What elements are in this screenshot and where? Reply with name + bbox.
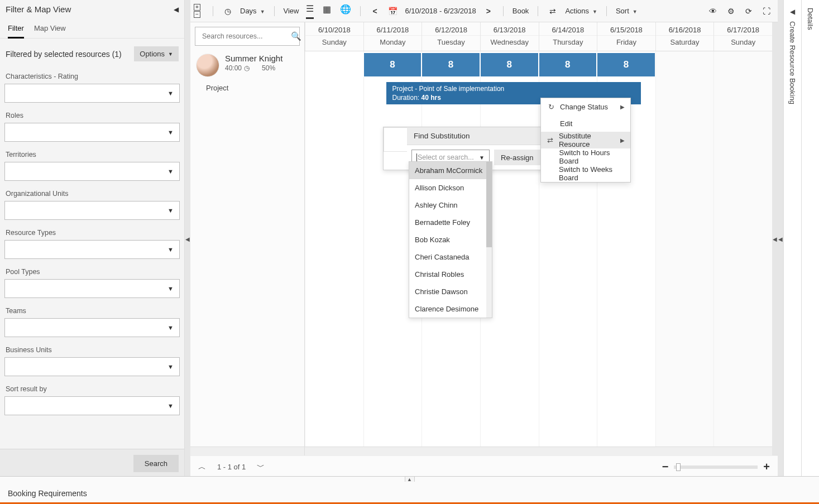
substitution-option[interactable]: Ashley Chinn <box>409 196 492 214</box>
chevron-down-icon: ▼ <box>167 285 174 292</box>
refresh-icon[interactable]: ⟳ <box>743 7 754 16</box>
eye-icon[interactable]: 👁 <box>707 7 719 16</box>
book-button[interactable]: Book <box>513 7 529 15</box>
date-range[interactable]: 6/10/2018 - 6/23/2018 <box>405 7 476 15</box>
gear-icon[interactable]: ⚙ <box>725 7 736 16</box>
substitution-option[interactable]: Allison Dickson <box>409 179 492 196</box>
ctx-hours-board[interactable]: Switch to Hours Board <box>541 148 630 165</box>
chevron-right-icon: ▶ <box>620 137 625 143</box>
booking-requirements-label[interactable]: Booking Requirements <box>0 484 95 502</box>
resource-project-row[interactable]: Project <box>190 80 304 95</box>
substitution-option[interactable]: Abraham McCormick <box>409 162 492 179</box>
left-splitter[interactable]: ◀ <box>185 0 190 478</box>
resource-search-input[interactable] <box>201 32 291 41</box>
select-characteristics[interactable]: ▼ <box>4 84 180 103</box>
collapse-all-icon[interactable]: − <box>194 11 200 18</box>
chevron-down-icon: ▼ <box>167 90 174 97</box>
select-teams[interactable]: ▼ <box>4 318 180 337</box>
col-day: Tuesday <box>422 35 480 51</box>
substitution-option[interactable]: Bob Kozak <box>409 231 492 248</box>
col-day: Monday <box>364 35 422 51</box>
label-pool-types: Pool Types <box>6 268 179 276</box>
col-date: 6/15/2018 <box>597 22 655 35</box>
select-business-units[interactable]: ▼ <box>4 357 180 376</box>
create-booking-rail[interactable]: Create Resource Booking <box>788 18 797 108</box>
select-territories[interactable]: ▼ <box>4 162 180 181</box>
chevron-down-icon: ▼ <box>167 168 174 175</box>
project-bar-duration-value: 40 hrs <box>422 94 441 102</box>
search-icon[interactable]: 🔍 <box>291 31 301 41</box>
actions-dropdown[interactable]: Actions <box>565 7 597 15</box>
right-splitter-inner[interactable]: ◀ <box>772 22 778 455</box>
resource-search[interactable]: 🔍 <box>195 27 300 46</box>
resource-name: Summer Knight <box>225 54 282 63</box>
tab-filter[interactable]: Filter <box>8 22 24 39</box>
label-resource-types: Resource Types <box>6 229 179 237</box>
left-panel-collapse-icon[interactable]: ◀ <box>174 6 179 13</box>
allocation-cell[interactable]: 8 <box>363 52 422 77</box>
ctx-change-status[interactable]: ↻Change Status▶ <box>541 98 630 115</box>
resource-row[interactable]: Summer Knight 40:00 ◷ 50% <box>190 50 304 80</box>
zoom-out-icon[interactable]: − <box>662 460 669 473</box>
col-day: Saturday <box>656 35 714 51</box>
chevron-down-icon: ▼ <box>167 324 174 331</box>
label-business-units: Business Units <box>6 346 179 354</box>
calendar-icon[interactable]: 📅 <box>387 7 399 16</box>
col-day: Wednesday <box>481 35 539 51</box>
view-list-icon[interactable]: ☰ <box>306 3 314 19</box>
resource-util: 50% <box>262 64 275 72</box>
zoom-in-icon[interactable]: + <box>763 460 770 473</box>
ctx-edit[interactable]: Edit <box>541 115 630 132</box>
fullscreen-icon[interactable]: ⛶ <box>761 7 772 16</box>
resource-hscroll[interactable] <box>190 447 304 455</box>
zoom-slider[interactable] <box>674 465 758 469</box>
timeline-hscroll[interactable] <box>305 447 772 455</box>
substitution-option[interactable]: Bernadette Foley <box>409 214 492 231</box>
substitution-option[interactable]: Cheri Castaneda <box>409 248 492 266</box>
substitution-option[interactable]: Christal Robles <box>409 266 492 283</box>
pager-up-icon[interactable]: ︿ <box>198 462 206 472</box>
col-day: Thursday <box>539 35 597 51</box>
select-roles[interactable]: ▼ <box>4 123 180 142</box>
col-day: Sunday <box>305 35 363 51</box>
col-date: 6/14/2018 <box>539 22 597 35</box>
select-resource-types[interactable]: ▼ <box>4 240 180 259</box>
col-date: 6/17/2018 <box>714 22 772 35</box>
chevron-down-icon: ▼ <box>167 246 174 253</box>
sort-dropdown[interactable]: Sort <box>616 7 638 15</box>
search-button[interactable]: Search <box>133 455 179 472</box>
ctx-weeks-board[interactable]: Switch to Weeks Board <box>541 165 630 182</box>
substitution-option[interactable]: Christie Dawson <box>409 283 492 300</box>
prev-icon[interactable]: < <box>370 7 381 16</box>
allocation-cell[interactable]: 8 <box>480 52 539 77</box>
select-org-units[interactable]: ▼ <box>4 201 180 220</box>
col-day: Friday <box>597 35 655 51</box>
select-pool-types[interactable]: ▼ <box>4 279 180 298</box>
view-globe-icon[interactable]: 🌐 <box>340 4 351 18</box>
label-roles: Roles <box>6 112 179 119</box>
options-button[interactable]: Options▼ <box>134 46 179 61</box>
details-rail[interactable]: Details <box>806 4 815 33</box>
clock-icon: ◷ <box>244 64 250 72</box>
expand-all-icon[interactable]: + <box>194 4 200 11</box>
context-menu: ↻Change Status▶ Edit ⇄Substitute Resourc… <box>540 98 631 183</box>
right-splitter-outer[interactable]: ◀ <box>778 0 783 478</box>
allocation-cell[interactable]: 8 <box>422 52 480 77</box>
days-dropdown[interactable]: Days <box>240 7 265 15</box>
view-label: View <box>284 7 299 15</box>
select-sort-result[interactable]: ▼ <box>4 396 180 415</box>
next-icon[interactable]: > <box>483 7 494 16</box>
avatar <box>196 54 219 77</box>
allocation-cell[interactable]: 8 <box>597 52 655 77</box>
reassign-button[interactable]: Re-assign <box>494 150 540 165</box>
label-sort-result: Sort result by <box>6 385 179 393</box>
substitution-option[interactable]: Clarence Desimone <box>409 300 492 318</box>
allocation-cell[interactable]: 8 <box>539 52 597 77</box>
ctx-substitute[interactable]: ⇄Substitute Resource▶ <box>541 132 630 148</box>
pager-down-icon[interactable]: ﹀ <box>257 462 265 472</box>
collapse-arrow-icon[interactable]: ◀ <box>790 8 795 16</box>
dropdown-scrollbar[interactable] <box>486 162 492 318</box>
view-grid-icon[interactable]: ▦ <box>323 4 331 18</box>
tab-map-view[interactable]: Map View <box>34 22 66 38</box>
bottom-expand-handle[interactable]: ▲ <box>405 476 415 482</box>
